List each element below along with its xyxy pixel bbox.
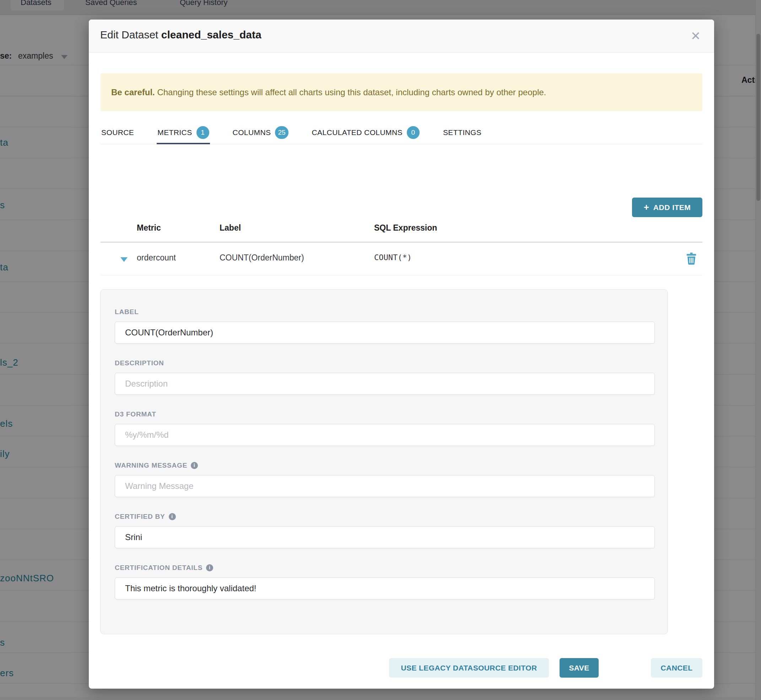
d3-format-field: D3 FORMAT <box>115 410 654 446</box>
modal-header: Edit Dataset cleaned_sales_data ✕ <box>89 20 714 53</box>
plus-icon: + <box>644 203 649 212</box>
tab-metrics-label: METRICS <box>157 128 192 137</box>
certified-by-input[interactable] <box>115 526 655 548</box>
metrics-table-header: Metric Label SQL Expression <box>100 223 702 243</box>
edit-dataset-modal: Edit Dataset cleaned_sales_data ✕ Be car… <box>89 20 714 689</box>
dataset-editor-tabs: SOURCE METRICS 1 COLUMNS 25 CALCULATED C… <box>100 121 702 144</box>
info-icon: i <box>206 564 213 571</box>
tab-calculated-columns-count-badge: 0 <box>407 126 420 139</box>
save-button[interactable]: SAVE <box>559 658 598 678</box>
label-field: LABEL <box>115 308 654 344</box>
metric-detail-panel: LABEL DESCRIPTION D3 FORMAT WARNING MESS… <box>100 289 668 634</box>
add-item-button[interactable]: + ADD ITEM <box>632 198 702 217</box>
metric-column-header: Metric <box>137 223 161 233</box>
description-field-label: DESCRIPTION <box>115 359 654 367</box>
close-icon[interactable]: ✕ <box>687 27 704 44</box>
tab-metrics-count-badge: 1 <box>197 126 209 139</box>
modal-title: Edit Dataset cleaned_sales_data <box>100 29 261 41</box>
tab-calculated-columns-label: CALCULATED COLUMNS <box>312 128 403 137</box>
d3-format-field-label: D3 FORMAT <box>115 410 654 418</box>
metric-label-cell: COUNT(OrderNumber) <box>220 253 304 262</box>
certification-details-field-label: CERTIFICATION DETAILS i <box>115 564 654 572</box>
warning-banner-bold: Be careful. <box>111 88 155 97</box>
sql-expression-column-header: SQL Expression <box>374 223 437 233</box>
metric-sql-cell: COUNT(*) <box>374 253 412 262</box>
warning-message-input[interactable] <box>115 475 655 497</box>
d3-format-input[interactable] <box>115 424 655 446</box>
tab-metrics[interactable]: METRICS 1 <box>157 121 209 144</box>
description-field: DESCRIPTION <box>115 359 654 395</box>
label-field-label: LABEL <box>115 308 654 316</box>
metric-name-cell: ordercount <box>137 253 176 262</box>
warning-message-field: WARNING MESSAGE i <box>115 462 654 497</box>
tab-settings-label: SETTINGS <box>443 128 481 137</box>
tab-source-label: SOURCE <box>101 128 134 137</box>
warning-banner: Be careful. Changing these settings will… <box>100 73 702 111</box>
tab-source[interactable]: SOURCE <box>100 121 134 144</box>
certification-details-input[interactable] <box>115 577 655 600</box>
delete-metric-trash-icon[interactable] <box>686 253 697 265</box>
collapse-caret-icon[interactable] <box>120 257 128 262</box>
tab-columns-label: COLUMNS <box>233 128 271 137</box>
cancel-button[interactable]: CANCEL <box>651 658 702 678</box>
tab-columns[interactable]: COLUMNS 25 <box>232 121 289 144</box>
certified-by-field-label: CERTIFIED BY i <box>115 513 654 520</box>
certified-by-field: CERTIFIED BY i <box>115 513 654 548</box>
info-icon: i <box>191 462 198 469</box>
info-icon: i <box>169 513 176 520</box>
warning-banner-text: Be careful. Changing these settings will… <box>111 88 546 97</box>
modal-footer: USE LEGACY DATASOURCE EDITOR SAVE CANCEL <box>89 650 714 689</box>
label-column-header: Label <box>220 223 241 233</box>
tab-columns-count-badge: 25 <box>275 126 288 139</box>
add-item-button-label: ADD ITEM <box>653 203 691 212</box>
certification-details-field: CERTIFICATION DETAILS i <box>115 564 654 600</box>
dataset-name: cleaned_sales_data <box>161 29 261 41</box>
tab-calculated-columns[interactable]: CALCULATED COLUMNS 0 <box>311 121 420 144</box>
description-input[interactable] <box>115 373 655 395</box>
tab-settings[interactable]: SETTINGS <box>442 121 482 144</box>
modal-title-prefix: Edit Dataset <box>100 29 158 41</box>
metric-row: ordercount COUNT(OrderNumber) COUNT(*) <box>100 243 702 275</box>
use-legacy-datasource-editor-button[interactable]: USE LEGACY DATASOURCE EDITOR <box>389 658 549 678</box>
label-input[interactable] <box>115 322 655 344</box>
warning-message-field-label: WARNING MESSAGE i <box>115 462 654 469</box>
